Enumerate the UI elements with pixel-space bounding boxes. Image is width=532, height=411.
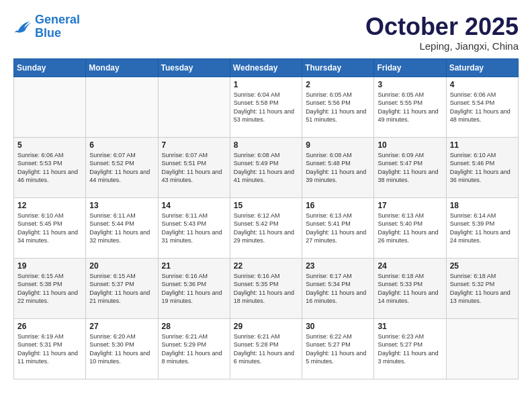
day-info: Sunrise: 6:04 AM Sunset: 5:58 PM Dayligh…: [234, 91, 298, 124]
day-number: 14: [162, 201, 226, 210]
calendar-cell: 23Sunrise: 6:17 AM Sunset: 5:34 PM Dayli…: [302, 258, 374, 318]
day-info: Sunrise: 6:07 AM Sunset: 5:51 PM Dayligh…: [162, 151, 226, 185]
calendar-cell: 18Sunrise: 6:14 AM Sunset: 5:39 PM Dayli…: [446, 197, 518, 258]
calendar-cell: 8Sunrise: 6:08 AM Sunset: 5:49 PM Daylig…: [230, 137, 302, 197]
day-number: 29: [234, 322, 298, 331]
day-number: 22: [234, 261, 298, 271]
day-number: 6: [89, 140, 154, 150]
day-info: Sunrise: 6:06 AM Sunset: 5:54 PM Dayligh…: [450, 91, 515, 124]
day-number: 13: [89, 201, 154, 210]
day-number: 17: [378, 201, 442, 210]
day-info: Sunrise: 6:17 AM Sunset: 5:34 PM Dayligh…: [306, 272, 370, 306]
logo: General Blue: [13, 13, 80, 40]
day-number: 3: [378, 80, 442, 89]
weekday-header: Wednesday: [230, 58, 302, 77]
calendar-cell: 17Sunrise: 6:13 AM Sunset: 5:40 PM Dayli…: [374, 197, 446, 258]
day-number: 1: [234, 80, 298, 89]
day-number: 20: [89, 261, 154, 271]
day-info: Sunrise: 6:06 AM Sunset: 5:53 PM Dayligh…: [17, 151, 82, 185]
day-info: Sunrise: 6:18 AM Sunset: 5:32 PM Dayligh…: [450, 272, 515, 306]
day-number: 11: [450, 140, 515, 150]
weekday-header: Friday: [374, 58, 446, 77]
day-number: 4: [450, 80, 515, 89]
day-info: Sunrise: 6:14 AM Sunset: 5:39 PM Dayligh…: [450, 212, 515, 245]
calendar-cell: 14Sunrise: 6:11 AM Sunset: 5:43 PM Dayli…: [158, 197, 230, 258]
weekday-header: Sunday: [14, 58, 86, 77]
calendar-cell: 21Sunrise: 6:16 AM Sunset: 5:36 PM Dayli…: [158, 258, 230, 318]
logo-text: General Blue: [35, 13, 80, 40]
calendar-cell: 20Sunrise: 6:15 AM Sunset: 5:37 PM Dayli…: [86, 258, 158, 318]
calendar-cell: 26Sunrise: 6:19 AM Sunset: 5:31 PM Dayli…: [14, 318, 86, 379]
calendar-week-row: 1Sunrise: 6:04 AM Sunset: 5:58 PM Daylig…: [14, 77, 519, 137]
day-number: 26: [17, 322, 82, 331]
day-info: Sunrise: 6:16 AM Sunset: 5:36 PM Dayligh…: [162, 272, 226, 306]
day-info: Sunrise: 6:21 AM Sunset: 5:28 PM Dayligh…: [234, 332, 298, 366]
day-number: 2: [306, 80, 370, 89]
day-number: 16: [306, 201, 370, 210]
day-number: 10: [378, 140, 442, 150]
day-info: Sunrise: 6:13 AM Sunset: 5:40 PM Dayligh…: [378, 212, 442, 245]
title-block: October 2025 Leping, Jiangxi, China: [365, 13, 519, 52]
calendar-cell: 11Sunrise: 6:10 AM Sunset: 5:46 PM Dayli…: [446, 137, 518, 197]
day-number: 24: [378, 261, 442, 271]
calendar-cell: 19Sunrise: 6:15 AM Sunset: 5:38 PM Dayli…: [14, 258, 86, 318]
day-info: Sunrise: 6:07 AM Sunset: 5:52 PM Dayligh…: [89, 151, 154, 185]
calendar-cell: [158, 77, 230, 137]
day-info: Sunrise: 6:13 AM Sunset: 5:41 PM Dayligh…: [306, 212, 370, 245]
weekday-header: Saturday: [446, 58, 518, 77]
month-title: October 2025: [365, 13, 519, 40]
calendar-cell: 2Sunrise: 6:05 AM Sunset: 5:56 PM Daylig…: [302, 77, 374, 137]
day-number: 25: [450, 261, 515, 271]
day-info: Sunrise: 6:09 AM Sunset: 5:47 PM Dayligh…: [378, 151, 442, 185]
day-info: Sunrise: 6:23 AM Sunset: 5:27 PM Dayligh…: [378, 332, 442, 366]
calendar-week-row: 26Sunrise: 6:19 AM Sunset: 5:31 PM Dayli…: [14, 318, 519, 379]
day-info: Sunrise: 6:15 AM Sunset: 5:38 PM Dayligh…: [17, 272, 82, 306]
weekday-header: Thursday: [302, 58, 374, 77]
day-info: Sunrise: 6:21 AM Sunset: 5:29 PM Dayligh…: [162, 332, 226, 366]
calendar-cell: 15Sunrise: 6:12 AM Sunset: 5:42 PM Dayli…: [230, 197, 302, 258]
calendar-cell: 13Sunrise: 6:11 AM Sunset: 5:44 PM Dayli…: [86, 197, 158, 258]
calendar-cell: 9Sunrise: 6:08 AM Sunset: 5:48 PM Daylig…: [302, 137, 374, 197]
day-number: 19: [17, 261, 82, 271]
calendar-cell: 22Sunrise: 6:16 AM Sunset: 5:35 PM Dayli…: [230, 258, 302, 318]
day-number: 15: [234, 201, 298, 210]
day-number: 8: [234, 140, 298, 150]
day-number: 27: [89, 322, 154, 331]
calendar-cell: 12Sunrise: 6:10 AM Sunset: 5:45 PM Dayli…: [14, 197, 86, 258]
day-info: Sunrise: 6:12 AM Sunset: 5:42 PM Dayligh…: [234, 212, 298, 245]
day-number: 31: [378, 322, 442, 331]
day-number: 28: [162, 322, 226, 331]
day-info: Sunrise: 6:05 AM Sunset: 5:55 PM Dayligh…: [378, 91, 442, 124]
day-info: Sunrise: 6:18 AM Sunset: 5:33 PM Dayligh…: [378, 272, 442, 306]
calendar-table: SundayMondayTuesdayWednesdayThursdayFrid…: [13, 58, 519, 379]
calendar-cell: 7Sunrise: 6:07 AM Sunset: 5:51 PM Daylig…: [158, 137, 230, 197]
day-info: Sunrise: 6:05 AM Sunset: 5:56 PM Dayligh…: [306, 91, 370, 124]
day-number: 5: [17, 140, 82, 150]
calendar-week-row: 5Sunrise: 6:06 AM Sunset: 5:53 PM Daylig…: [14, 137, 519, 197]
page-header: General Blue October 2025 Leping, Jiangx…: [13, 13, 519, 52]
calendar-cell: [86, 77, 158, 137]
logo-line2: Blue: [35, 27, 80, 40]
calendar-header-row: SundayMondayTuesdayWednesdayThursdayFrid…: [14, 58, 519, 77]
calendar-cell: 24Sunrise: 6:18 AM Sunset: 5:33 PM Dayli…: [374, 258, 446, 318]
calendar-cell: 10Sunrise: 6:09 AM Sunset: 5:47 PM Dayli…: [374, 137, 446, 197]
calendar-cell: 29Sunrise: 6:21 AM Sunset: 5:28 PM Dayli…: [230, 318, 302, 379]
weekday-header: Tuesday: [158, 58, 230, 77]
day-info: Sunrise: 6:11 AM Sunset: 5:43 PM Dayligh…: [162, 212, 226, 245]
weekday-header: Monday: [86, 58, 158, 77]
calendar-cell: 16Sunrise: 6:13 AM Sunset: 5:41 PM Dayli…: [302, 197, 374, 258]
calendar-cell: [14, 77, 86, 137]
day-info: Sunrise: 6:10 AM Sunset: 5:46 PM Dayligh…: [450, 151, 515, 185]
calendar-cell: 31Sunrise: 6:23 AM Sunset: 5:27 PM Dayli…: [374, 318, 446, 379]
day-number: 30: [306, 322, 370, 331]
day-info: Sunrise: 6:22 AM Sunset: 5:27 PM Dayligh…: [306, 332, 370, 366]
day-info: Sunrise: 6:19 AM Sunset: 5:31 PM Dayligh…: [17, 332, 82, 366]
calendar-cell: 5Sunrise: 6:06 AM Sunset: 5:53 PM Daylig…: [14, 137, 86, 197]
day-number: 7: [162, 140, 226, 150]
calendar-week-row: 19Sunrise: 6:15 AM Sunset: 5:38 PM Dayli…: [14, 258, 519, 318]
day-info: Sunrise: 6:20 AM Sunset: 5:30 PM Dayligh…: [89, 332, 154, 366]
calendar-cell: 30Sunrise: 6:22 AM Sunset: 5:27 PM Dayli…: [302, 318, 374, 379]
day-info: Sunrise: 6:10 AM Sunset: 5:45 PM Dayligh…: [17, 212, 82, 245]
day-info: Sunrise: 6:16 AM Sunset: 5:35 PM Dayligh…: [234, 272, 298, 306]
calendar-cell: 27Sunrise: 6:20 AM Sunset: 5:30 PM Dayli…: [86, 318, 158, 379]
